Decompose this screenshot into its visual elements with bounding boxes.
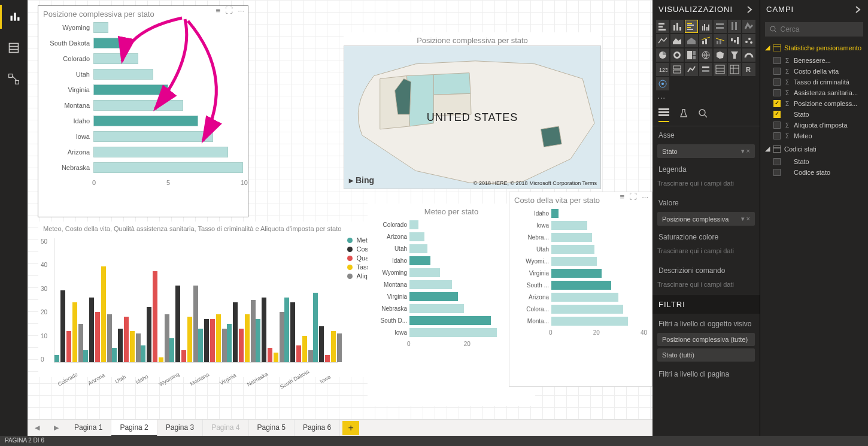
field-item[interactable]: Stato xyxy=(760,109,868,120)
viz-tab-fields-icon[interactable] xyxy=(658,108,669,122)
page-tab[interactable]: Pagina 3 xyxy=(157,420,203,436)
viz-kpi-icon[interactable] xyxy=(685,63,698,76)
bar-label: Nebraska xyxy=(43,164,93,171)
collapse-chevron-icon[interactable] xyxy=(745,5,754,14)
report-canvas[interactable]: ≡ ⛶ ··· Posizione complessiva per stato … xyxy=(28,0,652,446)
field-item[interactable]: Σ Aliquota d'imposta xyxy=(760,120,868,131)
add-page-button[interactable]: + xyxy=(342,421,359,435)
viz-stacked-col-icon[interactable] xyxy=(670,20,684,33)
viz-clustered-col-icon[interactable] xyxy=(699,20,712,33)
visual-more-icon[interactable]: ··· xyxy=(642,192,648,201)
field-checkbox[interactable] xyxy=(773,132,781,139)
viz-map-icon[interactable] xyxy=(699,48,712,62)
svg-rect-50 xyxy=(716,65,724,74)
viz-multicard-icon[interactable] xyxy=(670,63,684,76)
viz-100stacked-bar-icon[interactable] xyxy=(714,20,727,33)
page-tab[interactable]: Pagina 1 xyxy=(66,420,111,436)
visual-grip-icon[interactable]: ≡ xyxy=(216,6,221,15)
field-item[interactable]: Σ Costo della vita xyxy=(760,66,868,77)
page-tab[interactable]: Pagina 5 xyxy=(249,420,295,436)
bar-label: Virginia xyxy=(43,86,93,93)
remove-icon[interactable]: ▾ × xyxy=(741,215,750,223)
page-tab[interactable]: Pagina 2 xyxy=(111,420,157,436)
fields-search-input[interactable] xyxy=(780,25,858,34)
viz-card-icon[interactable]: 123 xyxy=(656,63,669,76)
viz-r-icon[interactable]: R xyxy=(742,63,755,76)
filter-item[interactable]: Posizione complessiva (tutte) xyxy=(657,333,755,346)
viz-funnel-icon[interactable] xyxy=(728,48,741,62)
visual-pos-per-stato[interactable]: ≡ ⛶ ··· Posizione complessiva per stato … xyxy=(38,6,248,217)
visual-focus-icon[interactable]: ⛶ xyxy=(629,192,637,201)
field-item[interactable]: Σ Posizione compless... xyxy=(760,98,868,109)
well-value-item[interactable]: Posizione complessiva▾ × xyxy=(657,212,755,226)
svg-rect-17 xyxy=(687,25,694,26)
page-tab[interactable]: Pagina 4 xyxy=(203,420,248,436)
viz-slicer-icon[interactable] xyxy=(699,63,712,76)
viz-pie-icon[interactable] xyxy=(656,48,669,62)
well-legend-drop[interactable]: Trascinare qui i campi dati xyxy=(657,177,755,189)
field-item[interactable]: Σ Assistenza sanitaria... xyxy=(760,87,868,98)
visual-grip-icon[interactable]: ≡ xyxy=(620,192,625,201)
visual-map[interactable]: Posizione complessiva per stato UNITED S… xyxy=(344,32,601,189)
filters-header: FILTRI xyxy=(652,295,760,314)
viz-scatter-icon[interactable] xyxy=(742,34,755,47)
viz-matrix-icon[interactable] xyxy=(728,63,741,76)
rail-model-icon[interactable] xyxy=(0,67,28,91)
visual-focus-icon[interactable]: ⛶ xyxy=(225,6,233,15)
filter-item[interactable]: Stato (tutti) xyxy=(657,348,755,362)
viz-donut-icon[interactable] xyxy=(670,48,684,62)
well-axis-item[interactable]: Stato▾ × xyxy=(657,144,755,158)
field-checkbox[interactable] xyxy=(773,100,781,107)
field-item[interactable]: Σ Benessere... xyxy=(760,55,868,66)
field-item[interactable]: Σ Meteo xyxy=(760,131,868,141)
viz-arcgis-icon[interactable] xyxy=(656,77,669,90)
viz-tab-format-icon[interactable] xyxy=(679,108,688,122)
field-checkbox[interactable] xyxy=(773,78,781,86)
viz-tab-analytics-icon[interactable] xyxy=(698,108,708,122)
svg-rect-23 xyxy=(708,25,709,31)
viz-table-icon[interactable] xyxy=(714,63,727,76)
viz-area-icon[interactable] xyxy=(670,34,684,47)
viz-waterfall-icon[interactable] xyxy=(728,34,741,47)
viz-stacked-bar-icon[interactable] xyxy=(656,20,669,33)
field-item[interactable]: Stato xyxy=(760,156,868,167)
viz-treemap-icon[interactable] xyxy=(685,48,698,62)
well-tooltips-drop[interactable]: Trascinare qui i campi dati xyxy=(657,278,755,290)
fields-pane: CAMPI ◢ Statistiche pensionamento Σ Bene… xyxy=(760,0,868,446)
filters-visual-level: Filtri a livello di oggetto visivo xyxy=(652,314,760,330)
viz-import-more[interactable]: ··· xyxy=(652,94,760,105)
fields-table-header[interactable]: ◢ Statistiche pensionamento xyxy=(760,40,868,55)
page-tab[interactable]: Pagina 6 xyxy=(295,420,340,436)
remove-icon[interactable]: ▾ × xyxy=(741,147,750,155)
svg-rect-53 xyxy=(730,65,739,74)
viz-100stacked-col-icon[interactable] xyxy=(728,20,741,33)
svg-rect-15 xyxy=(679,27,681,31)
field-checkbox[interactable] xyxy=(773,89,781,96)
collapse-chevron-icon[interactable] xyxy=(854,5,862,14)
well-saturation-drop[interactable]: Trascinare qui i campi dati xyxy=(657,245,755,257)
page-next-icon[interactable]: ▶ xyxy=(47,424,66,432)
fields-table-header[interactable]: ◢ Codici stati xyxy=(760,141,868,156)
page-prev-icon[interactable]: ◀ xyxy=(28,424,47,432)
field-checkbox[interactable] xyxy=(773,57,781,64)
viz-gauge-icon[interactable] xyxy=(742,48,755,62)
field-checkbox[interactable] xyxy=(773,122,781,129)
field-checkbox[interactable] xyxy=(773,111,781,118)
fields-search[interactable] xyxy=(765,22,863,37)
field-item[interactable]: Codice stato xyxy=(760,167,868,178)
viz-ribbon-icon[interactable] xyxy=(742,20,755,33)
viz-combo2-icon[interactable] xyxy=(714,34,727,47)
visual-more-icon[interactable]: ··· xyxy=(238,6,244,15)
rail-data-icon[interactable] xyxy=(0,36,28,60)
field-checkbox[interactable] xyxy=(773,169,781,176)
field-item[interactable]: Σ Tasso di criminalità xyxy=(760,77,868,87)
field-checkbox[interactable] xyxy=(773,68,781,75)
field-checkbox[interactable] xyxy=(773,158,781,165)
viz-combo1-icon[interactable] xyxy=(699,34,712,47)
rail-report-icon[interactable] xyxy=(0,5,28,29)
viz-filled-map-icon[interactable] xyxy=(714,48,727,62)
viz-stacked-area-icon[interactable] xyxy=(685,34,698,47)
visual-costo[interactable]: ≡ ⛶ ··· Costo della vita per stato Idaho… xyxy=(509,192,652,387)
viz-line-icon[interactable] xyxy=(656,34,669,47)
viz-clustered-bar-icon[interactable] xyxy=(685,20,698,33)
